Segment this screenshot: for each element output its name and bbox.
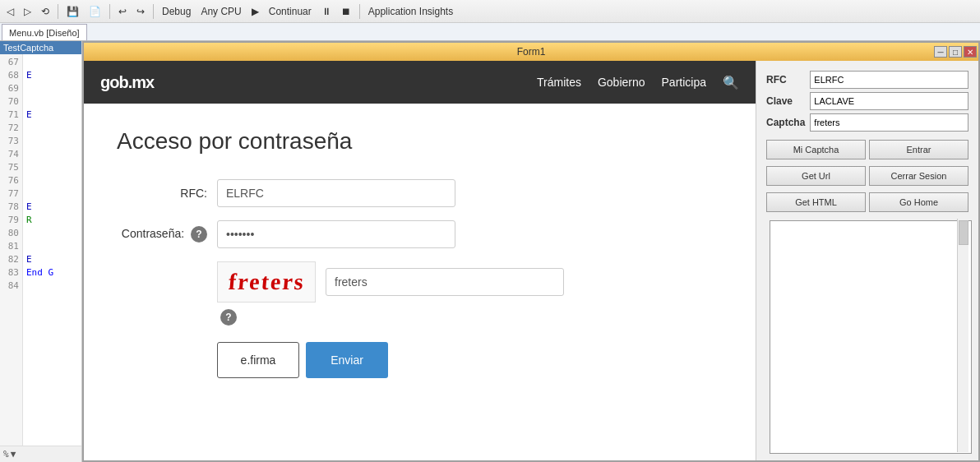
toolbar-menu-file[interactable]: ◁ — [3, 6, 17, 17]
gob-logo: gob.mx — [100, 73, 154, 92]
get-url-button[interactable]: Get Url — [766, 166, 866, 186]
toolbar-save[interactable]: 💾 — [63, 6, 82, 17]
gob-nav: Trámites Gobierno Participa 🔍 — [537, 75, 739, 90]
minimize-button[interactable]: ─ — [934, 46, 947, 58]
toolbar-back[interactable]: ⟲ — [38, 6, 53, 17]
search-icon[interactable]: 🔍 — [723, 75, 739, 90]
right-buttons-row2: Get Url Cerrar Sesion — [763, 164, 972, 187]
enviar-button[interactable]: Enviar — [306, 342, 388, 378]
right-rfc-label: RFC — [766, 74, 805, 85]
toolbar-menu-edit[interactable]: ▷ — [21, 6, 35, 17]
toolbar-continuar[interactable]: Continuar — [266, 6, 315, 17]
captcha-image: freters — [217, 261, 316, 303]
nav-participa[interactable]: Participa — [662, 76, 706, 89]
code-panel: TestCaptcha 67 68 69 70 71 72 73 74 75 7… — [0, 41, 82, 462]
password-help-icon[interactable]: ? — [191, 226, 207, 243]
scrollbar-thumb — [959, 220, 968, 245]
captcha-image-text: freters — [227, 269, 306, 295]
right-buttons-row3: Get HTML Go Home — [763, 191, 972, 214]
line-numbers: 67 68 69 70 71 72 73 74 75 76 77 78 79 8… — [0, 54, 23, 446]
maximize-button[interactable]: □ — [949, 46, 962, 58]
right-captcha-label: Captcha — [766, 117, 805, 128]
form-body: Acceso por contraseña RFC: Contraseña: ? — [84, 104, 756, 460]
right-clave-input[interactable] — [810, 92, 968, 110]
code-body: E E E R E — [23, 54, 81, 446]
output-textarea[interactable] — [770, 220, 972, 454]
efirma-button[interactable]: e.firma — [217, 342, 299, 378]
entrar-button[interactable]: Entrar — [869, 140, 968, 159]
help-row: ? — [217, 309, 723, 326]
captcha-help-icon[interactable]: ? — [220, 309, 237, 326]
nav-gobierno[interactable]: Gobierno — [598, 76, 645, 89]
gob-header: gob.mx Trámites Gobierno Participa 🔍 — [84, 61, 756, 104]
sep4 — [359, 4, 360, 19]
toolbar-config[interactable]: Debug — [159, 6, 194, 17]
vs-window: ◁ ▷ ⟲ 💾 📄 ↩ ↪ Debug Any CPU ▶ Continuar … — [0, 0, 980, 462]
form-window-frame: Form1 ─ □ ✕ gob.mx Trámites — [82, 41, 980, 462]
sep3 — [153, 4, 154, 19]
ide-main-area: TestCaptcha 67 68 69 70 71 72 73 74 75 7… — [0, 41, 980, 462]
go-home-button[interactable]: Go Home — [869, 192, 968, 212]
sep2 — [109, 4, 110, 19]
password-label: Contraseña: ? — [117, 226, 207, 243]
ide-tabbar: Menu.vb [Diseño] — [0, 23, 980, 41]
toolbar-play[interactable]: ▶ — [248, 6, 262, 17]
password-input[interactable] — [217, 220, 455, 248]
mi-captcha-button[interactable]: Mi Captcha — [766, 140, 866, 159]
titlebar-buttons: ─ □ ✕ — [934, 46, 977, 58]
right-rfc-input[interactable] — [810, 71, 968, 89]
right-clave-label: Clave — [766, 95, 805, 107]
password-row: Contraseña: ? — [117, 220, 723, 248]
right-control-panel: RFC Clave Captcha Mi Captcha Entrar — [756, 61, 978, 460]
gob-form-container: gob.mx Trámites Gobierno Participa 🔍 Acc… — [84, 61, 756, 460]
zoom-area: % ▼ — [0, 446, 81, 462]
get-html-button[interactable]: Get HTML — [766, 192, 866, 212]
tab-menu-vb[interactable]: Menu.vb [Diseño] — [2, 24, 87, 40]
rfc-row: RFC: — [117, 179, 723, 207]
captcha-row: freters — [217, 261, 723, 303]
cerrar-sesion-button[interactable]: Cerrar Sesion — [869, 166, 968, 186]
right-buttons-row1: Mi Captcha Entrar — [763, 138, 972, 161]
rfc-input[interactable] — [217, 179, 455, 207]
toolbar-redo[interactable]: ↪ — [133, 6, 148, 17]
scrollbar[interactable] — [957, 219, 968, 452]
sep1 — [58, 4, 58, 19]
right-captcha-input[interactable] — [810, 113, 968, 132]
toolbar-save2[interactable]: 📄 — [86, 6, 104, 17]
captcha-input[interactable] — [326, 268, 564, 296]
toolbar-undo[interactable]: ↩ — [115, 6, 130, 17]
output-area-container — [766, 219, 968, 452]
right-fields: RFC Clave Captcha — [763, 67, 972, 135]
window-titlebar: Form1 ─ □ ✕ — [84, 43, 978, 61]
toolbar-stop[interactable]: ⏹ — [338, 6, 354, 17]
form-title: Acceso por contraseña — [117, 128, 723, 155]
code-tab-label: TestCaptcha — [0, 41, 81, 54]
form-content: gob.mx Trámites Gobierno Participa 🔍 Acc… — [84, 61, 978, 460]
toolbar-pause[interactable]: ⏸ — [318, 6, 335, 17]
toolbar-cpu[interactable]: Any CPU — [197, 6, 244, 17]
close-button[interactable]: ✕ — [964, 46, 977, 58]
toolbar-app-insights[interactable]: Application Insights — [365, 6, 456, 17]
ide-toolbar: ◁ ▷ ⟲ 💾 📄 ↩ ↪ Debug Any CPU ▶ Continuar … — [0, 0, 980, 23]
rfc-label: RFC: — [117, 187, 207, 200]
nav-tramites[interactable]: Trámites — [537, 76, 581, 89]
button-row: e.firma Enviar — [217, 342, 723, 378]
